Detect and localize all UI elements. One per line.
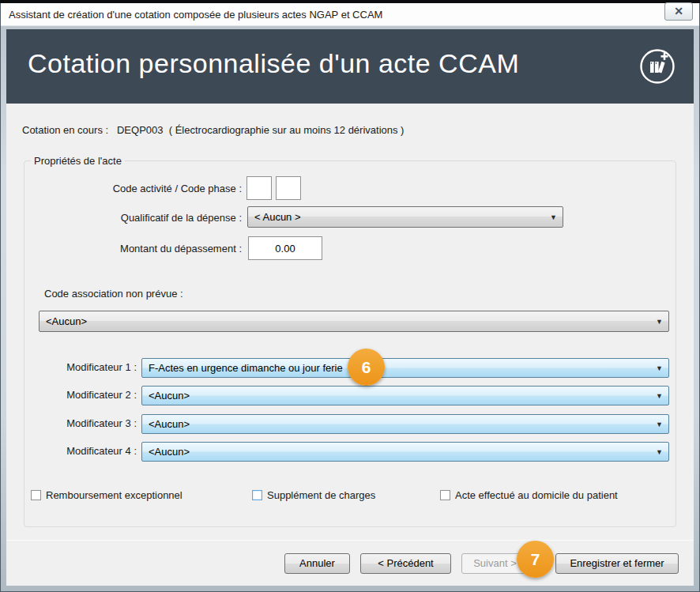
modificateur-1-value: F-Actes en urgence dimanche ou jour feri… xyxy=(149,362,343,374)
modificateur-2-value: <Aucun> xyxy=(149,390,190,402)
montant-label: Montant du dépassement : xyxy=(28,243,242,255)
qualificatif-value: < Aucun > xyxy=(254,211,301,223)
modificateur-4-value: <Aucun> xyxy=(149,446,190,458)
checkbox-box[interactable] xyxy=(252,490,262,500)
current-cotation: Cotation en cours : DEQP003 ( Électrocar… xyxy=(22,124,404,136)
chevron-down-icon: ▼ xyxy=(656,391,663,399)
chevron-down-icon: ▼ xyxy=(656,420,663,428)
checkbox-label: Remboursement exceptionnel xyxy=(46,489,183,501)
modificateur-4-label: Modificateur 4 : xyxy=(50,445,137,457)
checkbox-box[interactable] xyxy=(31,490,41,500)
modificateur-2-label: Modificateur 2 : xyxy=(50,389,137,401)
montant-input[interactable] xyxy=(248,236,322,260)
page-title: Cotation personnalisée d'un acte CCAM xyxy=(28,48,519,79)
footer-separator xyxy=(6,540,694,541)
annuler-button[interactable]: Annuler xyxy=(284,553,350,574)
step-badge-7: 7 xyxy=(517,541,554,578)
modificateur-3-value: <Aucun> xyxy=(149,418,190,430)
association-select[interactable]: <Aucun> ▼ xyxy=(39,311,669,332)
checkbox-label: Acte effectué au domicile du patient xyxy=(455,489,618,501)
qualificatif-select[interactable]: < Aucun > ▼ xyxy=(247,206,563,228)
chevron-down-icon: ▼ xyxy=(656,447,663,455)
association-label: Code association non prévue : xyxy=(44,288,183,300)
current-cotation-code: DEQP003 xyxy=(117,124,164,136)
chevron-down-icon: ▼ xyxy=(656,364,663,371)
dialog-content: Cotation en cours : DEQP003 ( Électrocar… xyxy=(6,104,694,586)
checkbox-remboursement[interactable]: Remboursement exceptionnel xyxy=(31,489,183,501)
code-activite-input[interactable] xyxy=(247,176,272,200)
chevron-down-icon: ▼ xyxy=(656,317,663,325)
groupbox-legend: Propriétés de l'acte xyxy=(31,155,125,167)
association-value: <Aucun> xyxy=(46,315,87,327)
close-icon: ✕ xyxy=(665,3,692,20)
modificateur-1-label: Modificateur 1 : xyxy=(50,361,137,373)
modificateur-3-select[interactable]: <Aucun> ▼ xyxy=(141,414,669,434)
modificateur-3-label: Modificateur 3 : xyxy=(50,417,137,429)
modificateur-4-select[interactable]: <Aucun> ▼ xyxy=(141,442,669,462)
checkbox-box[interactable] xyxy=(440,490,450,500)
modificateur-2-select[interactable]: <Aucun> ▼ xyxy=(141,386,669,405)
window-title: Assistant de création d'une cotation com… xyxy=(9,9,382,21)
precedent-button[interactable]: < Précédent xyxy=(360,553,451,574)
close-button[interactable]: ✕ xyxy=(664,2,693,21)
titlebar[interactable]: Assistant de création d'une cotation com… xyxy=(1,3,699,26)
step-badge-6: 6 xyxy=(348,349,385,386)
page-header: Cotation personnalisée d'un acte CCAM xyxy=(6,29,694,104)
chevron-down-icon: ▼ xyxy=(550,213,557,221)
code-activite-label: Code activité / Code phase : xyxy=(28,183,242,194)
checkbox-label: Supplément de charges xyxy=(267,489,375,501)
code-phase-input[interactable] xyxy=(276,176,301,200)
current-cotation-description: ( Électrocardiographie sur au moins 12 d… xyxy=(169,124,405,136)
checkbox-domicile[interactable]: Acte effectué au domicile du patient xyxy=(440,489,618,501)
current-cotation-label: Cotation en cours : xyxy=(22,124,108,136)
enregistrer-button[interactable]: Enregistrer et fermer xyxy=(555,553,679,574)
proprietes-groupbox: Propriétés de l'acte Code activité / Cod… xyxy=(24,160,676,527)
qualificatif-label: Qualificatif de la dépense : xyxy=(28,212,242,224)
checkbox-supplement[interactable]: Supplément de charges xyxy=(252,489,375,501)
books-plus-icon xyxy=(638,47,676,85)
dialog-window: Assistant de création d'une cotation com… xyxy=(0,0,700,592)
modificateur-1-select[interactable]: F-Actes en urgence dimanche ou jour feri… xyxy=(141,358,669,378)
